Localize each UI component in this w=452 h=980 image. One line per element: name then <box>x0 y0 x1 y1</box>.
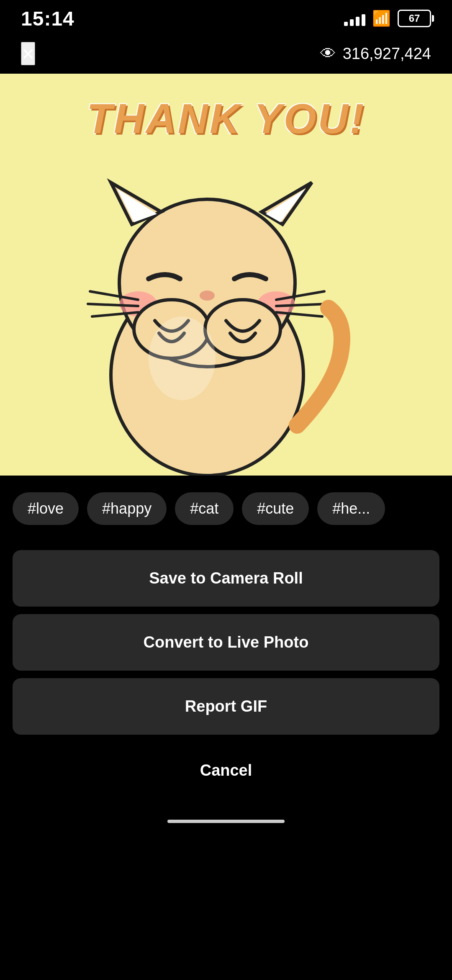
top-nav: × 👁 316,927,424 <box>0 33 452 74</box>
view-count-container: 👁 316,927,424 <box>320 45 431 63</box>
svg-point-10 <box>205 300 280 358</box>
svg-point-17 <box>149 316 216 400</box>
tag-cute[interactable]: #cute <box>242 492 309 525</box>
report-gif-button[interactable]: Report GIF <box>13 678 439 735</box>
view-count-value: 316,927,424 <box>343 45 431 63</box>
cancel-button[interactable]: Cancel <box>13 742 439 799</box>
signal-icon <box>344 11 365 26</box>
home-indicator <box>0 811 452 836</box>
home-bar <box>167 820 285 823</box>
wifi-icon: 📶 <box>372 10 391 27</box>
status-bar: 15:14 📶 67 <box>0 0 452 33</box>
tag-happy[interactable]: #happy <box>87 492 167 525</box>
cat-illustration <box>65 141 358 476</box>
tag-cat[interactable]: #cat <box>175 492 234 525</box>
gif-display: THANK YOU! <box>0 74 452 476</box>
tag-more[interactable]: #he... <box>317 492 385 525</box>
save-to-camera-roll-button[interactable]: Save to Camera Roll <box>13 550 439 607</box>
status-time: 15:14 <box>21 7 74 30</box>
gif-content: THANK YOU! <box>0 74 452 476</box>
actions-section: Save to Camera Roll Convert to Live Phot… <box>0 542 452 811</box>
convert-to-live-photo-button[interactable]: Convert to Live Photo <box>13 614 439 671</box>
gif-text: THANK YOU! <box>87 95 365 143</box>
battery-level: 67 <box>409 13 420 24</box>
tag-love[interactable]: #love <box>13 492 79 525</box>
battery-icon: 67 <box>398 10 431 27</box>
tags-section: #love #happy #cat #cute #he... <box>0 476 452 542</box>
svg-point-8 <box>200 291 215 301</box>
close-button[interactable]: × <box>21 42 35 65</box>
status-icons: 📶 67 <box>344 10 431 27</box>
eye-icon: 👁 <box>320 45 336 63</box>
